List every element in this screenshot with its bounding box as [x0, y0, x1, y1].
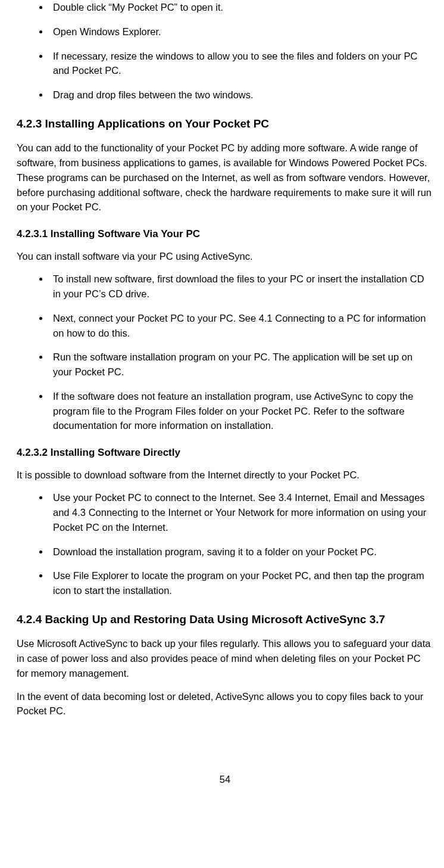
section-paragraph: You can add to the functionality of your… [17, 141, 433, 214]
list-item: Use your Pocket PC to connect to the Int… [49, 490, 433, 534]
list-item: Open Windows Explorer. [49, 24, 433, 39]
list-item: Double click “My Pocket PC” to open it. [49, 0, 433, 15]
section-paragraph: You can install software via your PC usi… [17, 249, 433, 264]
list-item: To install new software, first download … [49, 272, 433, 301]
bullet-list-2: To install new software, first download … [17, 272, 433, 433]
section-paragraph: In the event of data becoming lost or de… [17, 689, 433, 719]
section-heading-4-2-4: 4.2.4 Backing Up and Restoring Data Usin… [17, 611, 433, 629]
section-heading-4-2-3-1: 4.2.3.1 Installing Software Via Your PC [17, 226, 433, 242]
section-heading-4-2-3: 4.2.3 Installing Applications on Your Po… [17, 116, 433, 133]
page-number: 54 [17, 772, 433, 787]
list-item: Next, connect your Pocket PC to your PC.… [49, 311, 433, 341]
list-item: If necessary, resize the windows to allo… [49, 49, 433, 79]
list-item: Download the installation program, savin… [49, 545, 433, 559]
list-item: Drag and drop files between the two wind… [49, 88, 433, 102]
bullet-list-1: Double click “My Pocket PC” to open it. … [17, 0, 433, 102]
section-paragraph: Use Microsoft ActiveSync to back up your… [17, 636, 433, 680]
list-item: Use File Explorer to locate the program … [49, 568, 433, 598]
bullet-list-3: Use your Pocket PC to connect to the Int… [17, 490, 433, 598]
list-item: If the software does not feature an inst… [49, 389, 433, 433]
list-item: Run the software installation program on… [49, 350, 433, 379]
section-heading-4-2-3-2: 4.2.3.2 Installing Software Directly [17, 445, 433, 461]
section-paragraph: It is possible to download software from… [17, 468, 433, 483]
